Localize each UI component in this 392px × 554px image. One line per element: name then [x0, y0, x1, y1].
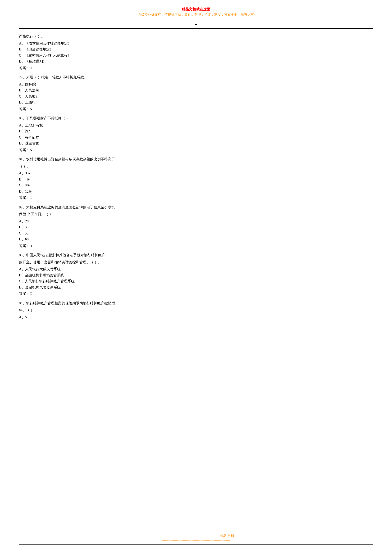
option-84-a: A、5: [19, 314, 373, 320]
question-text-82: 82、大额支付系统业务的查询查复登记簿的电子信息至少联机: [19, 204, 373, 211]
page-wrapper: 精品文档就在这里 --------------各类专业好文档，值得你下载，教育，…: [0, 0, 392, 554]
question-text-81b: （ ）。: [19, 163, 373, 170]
option-80-d: D、珠宝首饰: [19, 140, 373, 147]
option-82-c: C、50: [19, 230, 373, 237]
option-80-b: B、汽车: [19, 128, 373, 135]
question-block-78: 严格执行（ ）。 A、《农村信用合作社管理规定》 B、《现金管理规定》 C、《农…: [19, 33, 373, 71]
answer-79: 答案：A: [19, 106, 373, 112]
content-section: 严格执行（ ）。 A、《农村信用合作社管理规定》 B、《现金管理规定》 C、《农…: [19, 33, 373, 320]
question-block-84: 84、银行结算账户管理档案的保管期限为银行结算账户撤销后 年。（ ） A、5: [19, 300, 373, 320]
option-80-a: A、土地所有权: [19, 122, 373, 129]
header-dash: --: [19, 22, 373, 26]
option-82-a: A、20: [19, 218, 373, 225]
question-block-83: 83、中国人民银行通过 和其他合法手段对银行结算账户 的开立、使用、变更和撤销实…: [19, 252, 373, 297]
option-79-c: C、人民银行: [19, 94, 373, 100]
question-block-80: 80、下列哪项财产不得抵押（ ）。 A、土地所有权 B、汽车 C、有价证券 D、…: [19, 115, 373, 153]
question-text-83: 83、中国人民银行通过 和其他合法手段对银行结算账户: [19, 252, 373, 258]
question-text-83b: 的开立、使用、变更和撤销实话监控和管理。（ ）。: [19, 259, 373, 265]
question-block-79: 79、未经（ ）批准，贷款人不得豁免贷款。 A、国务院 B、人民法院 C、人民银…: [19, 74, 373, 112]
question-text-79: 79、未经（ ）批准，贷款人不得豁免贷款。: [19, 74, 373, 81]
option-83-a: A、人民银行大额支付系统: [19, 266, 373, 272]
option-78-b: B、《现金管理规定》: [19, 46, 373, 53]
header-section: 精品文档就在这里 --------------各类专业好文档，值得你下载，教育，…: [19, 7, 373, 29]
option-79-b: B、人民法院: [19, 87, 373, 94]
option-79-a: A、国务院: [19, 82, 373, 88]
option-79-d: D、上级行: [19, 99, 373, 106]
question-text-80: 80、下列哪项财产不得抵押（ ）。: [19, 115, 373, 122]
option-78-c: C、《农村信用合作社示范章程》: [19, 53, 373, 59]
footer-line1: ----------------------------------------…: [19, 534, 373, 538]
option-80-c: C、有价证券: [19, 135, 373, 141]
question-text-82b: 保留 个工作日。（ ）: [19, 211, 373, 217]
option-81-d: D、12%: [19, 188, 373, 195]
question-block-81: 81、农村信用社拆出资金余额与各项存款余额的比例不得高于 （ ）。 A、3% B…: [19, 156, 373, 201]
option-83-c: C、人民银行银行结算账户管理系统: [19, 278, 373, 284]
option-83-b: B、金融机构非现场监管系统: [19, 272, 373, 278]
option-78-a: A、《农村信用合作社管理规定》: [19, 41, 373, 47]
option-82-b: B、30: [19, 224, 373, 230]
option-83-d: D、金融机构风险监测系统: [19, 284, 373, 291]
question-text-78: 严格执行（ ）。: [19, 33, 373, 40]
question-block-82: 82、大额支付系统业务的查询查复登记簿的电子信息至少联机 保留 个工作日。（ ）…: [19, 204, 373, 249]
footer-underline: [19, 544, 373, 545]
header-subtitle: --------------各类专业好文档，值得你下载，教育，管理，论文，制度，…: [19, 13, 373, 17]
question-text-81: 81、农村信用社拆出资金余额与各项存款余额的比例不得高于: [19, 156, 373, 162]
footer-section: ----------------------------------------…: [19, 534, 373, 545]
footer-line2: ----------------------------------------…: [19, 539, 373, 543]
option-81-b: B、4%: [19, 176, 373, 183]
question-text-84: 84、银行结算账户管理档案的保管期限为银行结算账户撤销后: [19, 300, 373, 306]
header-title: 精品文档就在这里: [19, 7, 373, 12]
header-divider-dashes: ----------------------------------------…: [19, 18, 373, 21]
option-82-d: D、60: [19, 236, 373, 242]
answer-81: 答案：C: [19, 195, 373, 201]
question-text-84b: 年。（ ）: [19, 307, 373, 313]
option-78-d: D、《贷款通则》: [19, 58, 373, 65]
option-81-c: C、8%: [19, 182, 373, 188]
answer-83: 答案：C: [19, 291, 373, 297]
option-81-a: A、3%: [19, 170, 373, 176]
answer-78: 答案：D: [19, 65, 373, 71]
header-underline: [19, 28, 373, 29]
answer-80: 答案：A: [19, 147, 373, 153]
answer-82: 答案：B: [19, 243, 373, 249]
